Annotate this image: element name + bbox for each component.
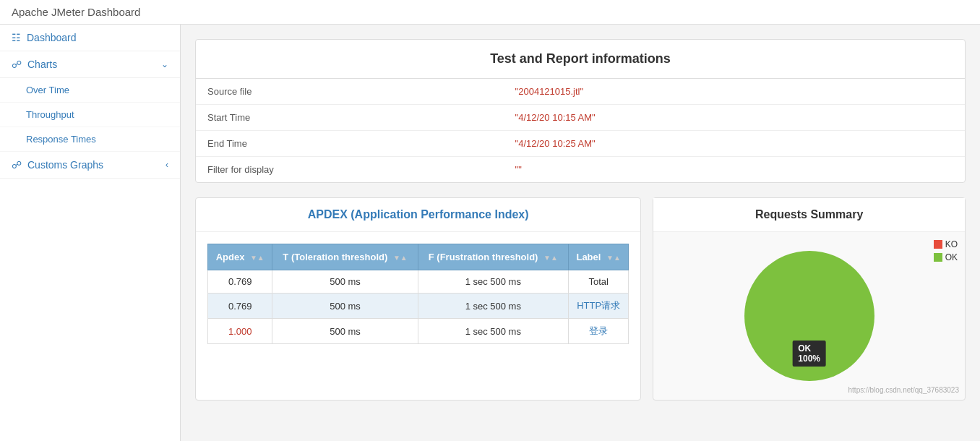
chevron-down-icon: ⌄ <box>161 59 168 69</box>
requests-summary-title: Requests Summary <box>653 198 965 232</box>
apdex-col-header: F (Frustration threshold) ▼▲ <box>418 244 568 270</box>
sidebar-item-throughput[interactable]: Throughput <box>0 103 180 127</box>
legend-ok: OK <box>934 252 958 262</box>
app-header: Apache JMeter Dashboard <box>0 0 980 25</box>
report-info-title: Test and Report informations <box>196 40 965 79</box>
info-value: "" <box>504 157 965 183</box>
watermark: https://blog.csdn.net/qq_37683023 <box>848 386 959 394</box>
sidebar-throughput-label: Throughput <box>26 109 74 120</box>
sidebar-item-response-times[interactable]: Response Times <box>0 127 180 152</box>
apdex-label-cell: Total <box>568 270 628 294</box>
grid-icon: ☷ <box>12 32 21 43</box>
ko-label: KO <box>945 239 958 249</box>
sidebar-item-customs-graphs[interactable]: ☍ Customs Graphs ‹ <box>0 152 180 179</box>
apdex-table: Apdex ▼▲T (Toleration threshold) ▼▲F (Fr… <box>207 244 629 344</box>
sidebar-dashboard-label: Dashboard <box>27 32 77 43</box>
requests-summary-body: OK100% KO OK https://blog.csdn.net/qq_37… <box>653 232 965 400</box>
sidebar-item-dashboard[interactable]: ☷ Dashboard <box>0 25 180 51</box>
apdex-col-header: Apdex ▼▲ <box>208 244 272 270</box>
apdex-value-cell: 0.769 <box>208 270 272 294</box>
info-label: Source file <box>196 79 504 105</box>
apdex-table-row: 0.769500 ms1 sec 500 msHTTP请求 <box>208 294 629 319</box>
legend-ko: KO <box>934 239 958 249</box>
apdex-col-header: T (Toleration threshold) ▼▲ <box>272 244 418 270</box>
info-value: "2004121015.jtl" <box>504 79 965 105</box>
ok-label: OK <box>945 252 958 262</box>
ok-color-box <box>934 253 942 262</box>
ok-percentage-label: OK100% <box>792 341 826 367</box>
pie-chart-container: OK100% <box>737 244 882 388</box>
report-info-card: Test and Report informations Source file… <box>195 39 966 183</box>
info-value: "4/12/20 10:15 AM" <box>504 105 965 131</box>
apdex-value-cell: 500 ms <box>272 319 418 344</box>
apdex-label-cell[interactable]: HTTP请求 <box>568 294 628 319</box>
bottom-panels: APDEX (Application Performance Index) Ap… <box>195 197 966 401</box>
apdex-value-cell: 1 sec 500 ms <box>418 270 568 294</box>
report-info-table: Source file"2004121015.jtl"Start Time"4/… <box>196 79 965 182</box>
sidebar-response-times-label: Response Times <box>26 134 96 145</box>
apdex-value-cell: 1.000 <box>208 319 272 344</box>
main-content: Test and Report informations Source file… <box>181 25 980 441</box>
sidebar-customs-graphs-label: Customs Graphs <box>27 159 103 171</box>
app-title: Apache JMeter Dashboard <box>12 6 140 18</box>
chevron-left-icon: ‹ <box>166 160 168 170</box>
ko-color-box <box>934 240 942 249</box>
apdex-table-row: 0.769500 ms1 sec 500 msTotal <box>208 270 629 294</box>
apdex-table-row: 1.000500 ms1 sec 500 ms登录 <box>208 319 629 344</box>
apdex-label-cell[interactable]: 登录 <box>568 319 628 344</box>
apdex-value-cell: 1 sec 500 ms <box>418 294 568 319</box>
apdex-value-cell: 500 ms <box>272 294 418 319</box>
info-value: "4/12/20 10:25 AM" <box>504 131 965 157</box>
info-label: End Time <box>196 131 504 157</box>
chart-legend: KO OK <box>934 239 958 265</box>
info-label: Filter for display <box>196 157 504 183</box>
apdex-value-cell: 0.769 <box>208 294 272 319</box>
bar-chart-icon: ☍ <box>12 59 22 70</box>
apdex-card: APDEX (Application Performance Index) Ap… <box>195 197 641 401</box>
info-label: Start Time <box>196 105 504 131</box>
sidebar-over-time-label: Over Time <box>26 85 69 95</box>
apdex-value-cell: 1 sec 500 ms <box>418 319 568 344</box>
pie-chart <box>737 244 882 388</box>
apdex-title: APDEX (Application Performance Index) <box>196 198 640 232</box>
sidebar: ☷ Dashboard ☍ Charts ⌄ Over Time Through… <box>0 25 181 441</box>
requests-summary-card: Requests Summary OK100% KO <box>653 197 966 401</box>
sidebar-charts-label: Charts <box>27 59 57 70</box>
apdex-value-cell: 500 ms <box>272 270 418 294</box>
bar-chart-2-icon: ☍ <box>12 159 22 171</box>
sidebar-item-over-time[interactable]: Over Time <box>0 78 180 103</box>
apdex-table-wrap: Apdex ▼▲T (Toleration threshold) ▼▲F (Fr… <box>196 232 640 356</box>
apdex-col-header: Label ▼▲ <box>568 244 628 270</box>
sidebar-item-charts[interactable]: ☍ Charts ⌄ <box>0 51 180 78</box>
